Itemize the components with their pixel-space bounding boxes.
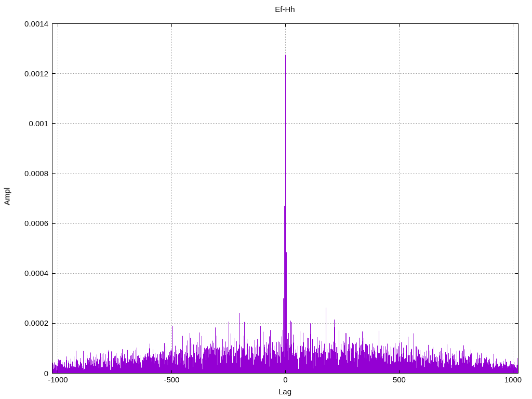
- y-tick-label: 0.0012: [0, 70, 48, 78]
- y-tick-label: 0.0004: [0, 269, 48, 277]
- gnuplot-screenshot: { "chart_data": { "type": "impulses", "t…: [0, 0, 532, 399]
- y-tick-label: 0: [0, 369, 48, 378]
- y-tick-label: 0.0008: [0, 169, 48, 178]
- plot-canvas: [0, 0, 532, 399]
- chart-title: Ef-Hh: [52, 5, 518, 14]
- y-axis-label: Ampl: [3, 188, 11, 205]
- x-axis-label: Lag: [52, 388, 518, 396]
- chart-figure: Ef-Hh Ampl Lag -1000-5000500100000.00020…: [0, 0, 532, 399]
- y-tick-label: 0.0014: [0, 20, 48, 28]
- y-tick-label: 0.001: [0, 119, 48, 128]
- x-tick-label: 500: [374, 376, 424, 384]
- y-tick-label: 0.0006: [0, 219, 48, 228]
- y-tick-label: 0.0002: [0, 319, 48, 327]
- x-tick-label: 1000: [488, 376, 532, 384]
- x-tick-label: -500: [147, 376, 196, 384]
- x-tick-label: 0: [260, 376, 310, 384]
